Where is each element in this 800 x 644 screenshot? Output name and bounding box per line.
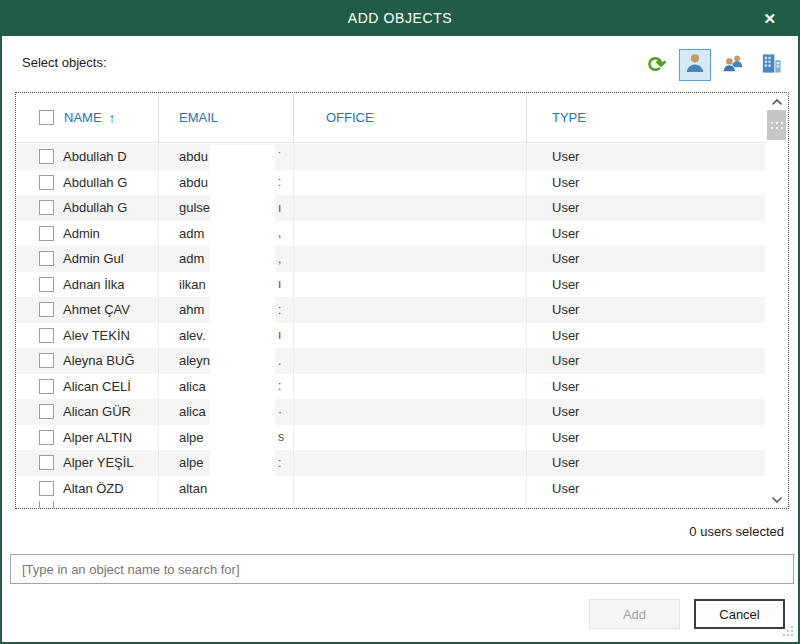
row-email-fragment: , (278, 226, 281, 240)
user-icon (683, 51, 707, 79)
column-office[interactable]: OFFICE (293, 93, 526, 142)
table-body: Abdullah D abdu ˙ User Abdullah G abdu :… (16, 144, 765, 508)
table-row[interactable]: Abdullah D abdu ˙ User (16, 144, 765, 170)
row-name: Alper ALTIN (63, 430, 132, 445)
search-input[interactable] (10, 554, 794, 584)
table-row[interactable]: Alper ALTIN alpe s User (16, 425, 765, 451)
row-name: Alican CELİ (63, 379, 131, 394)
row-name: Adnan İlka (63, 277, 124, 292)
row-email: ahm (179, 302, 204, 317)
row-checkbox[interactable] (39, 226, 54, 241)
grip-dots-icon (771, 122, 783, 129)
scroll-up-button[interactable] (765, 93, 788, 110)
dialog-title: ADD OBJECTS (348, 10, 453, 26)
organization-view-button[interactable] (755, 49, 787, 81)
row-checkbox[interactable] (39, 328, 54, 343)
table-row[interactable]: Admin Gul adm , User (16, 246, 765, 272)
row-checkbox[interactable] (39, 277, 54, 292)
table-row[interactable]: Alican CELİ alica : User (16, 374, 765, 400)
row-email: alpe (179, 430, 204, 445)
building-icon (760, 52, 783, 79)
row-type: User (526, 272, 765, 298)
groups-view-button[interactable] (717, 49, 749, 81)
row-type: User (526, 348, 765, 374)
email-redaction-overlay (210, 145, 275, 501)
table-row[interactable]: Abdullah G gulse ı User (16, 195, 765, 221)
column-email[interactable]: EMAIL (158, 93, 293, 142)
row-type: User (526, 323, 765, 349)
table-row[interactable]: Abdullah G abdu : User (16, 170, 765, 196)
table-row[interactable]: Ahmet ÇAV ahm : User (16, 297, 765, 323)
table-row[interactable]: Alper YEŞİL alpe : User (16, 450, 765, 476)
row-name: Admin (63, 226, 100, 241)
table-header: NAME ↑ EMAIL OFFICE TYPE (16, 93, 765, 143)
row-type: User (526, 425, 765, 451)
resize-grip-icon[interactable] (781, 624, 794, 637)
row-office (293, 221, 526, 247)
row-name: Alper YEŞİL (63, 455, 134, 470)
row-email-fragment: s (278, 430, 284, 444)
scroll-down-button[interactable] (765, 491, 788, 508)
partial-row (16, 501, 765, 508)
cancel-button[interactable]: Cancel (694, 599, 785, 629)
row-checkbox[interactable] (39, 175, 54, 190)
users-view-button[interactable] (679, 49, 711, 81)
row-checkbox[interactable] (39, 200, 54, 215)
row-office (293, 246, 526, 272)
title-bar: ADD OBJECTS ✕ (2, 0, 798, 36)
row-type: User (526, 374, 765, 400)
row-checkbox[interactable] (39, 302, 54, 317)
row-checkbox[interactable] (39, 251, 54, 266)
row-checkbox[interactable] (39, 379, 54, 394)
refresh-button[interactable]: ⟳ (641, 49, 673, 81)
add-button[interactable]: Add (589, 599, 680, 629)
scrollbar-thumb[interactable] (767, 110, 786, 140)
row-email: alpe (179, 455, 204, 470)
row-office (293, 399, 526, 425)
column-name[interactable]: NAME (64, 110, 102, 125)
row-checkbox[interactable] (39, 149, 54, 164)
row-office (293, 195, 526, 221)
table-row[interactable]: Alev TEKİN alev. ı User (16, 323, 765, 349)
column-type[interactable]: TYPE (526, 93, 765, 142)
table-row[interactable]: Admin adm , User (16, 221, 765, 247)
vertical-scrollbar[interactable] (765, 93, 788, 508)
row-checkbox[interactable] (39, 353, 54, 368)
row-checkbox[interactable] (39, 430, 54, 445)
row-checkbox[interactable] (39, 501, 54, 508)
row-name: Admin Gul (63, 251, 124, 266)
row-name: Aleyna BUĞ (63, 353, 135, 368)
row-name: Ahmet ÇAV (63, 302, 130, 317)
row-office (293, 323, 526, 349)
row-office (293, 170, 526, 196)
row-email-fragment: . (278, 354, 281, 368)
add-objects-dialog: ADD OBJECTS ✕ Select objects: ⟳ (0, 0, 800, 644)
row-type: User (526, 195, 765, 221)
row-checkbox[interactable] (39, 481, 54, 496)
row-email: adm (179, 251, 204, 266)
table-row[interactable]: Adnan İlka ilkan ı User (16, 272, 765, 298)
row-email-fragment: : (278, 379, 281, 393)
table-row[interactable]: Aleyna BUĞ aleyn . User (16, 348, 765, 374)
row-name: Abdullah G (63, 175, 127, 190)
row-checkbox[interactable] (39, 404, 54, 419)
row-email: alev. (179, 328, 206, 343)
row-type: User (526, 170, 765, 196)
row-office (293, 374, 526, 400)
close-icon[interactable]: ✕ (763, 11, 776, 26)
refresh-icon: ⟳ (648, 54, 666, 76)
objects-table: NAME ↑ EMAIL OFFICE TYPE Abdullah D abdu… (15, 92, 789, 509)
row-email: alica (179, 379, 206, 394)
select-all-checkbox[interactable] (39, 110, 54, 125)
table-row[interactable]: Alican GÜR alica · User (16, 399, 765, 425)
row-email-fragment: · (278, 405, 282, 419)
row-email: ilkan (179, 277, 206, 292)
row-name: Alican GÜR (63, 404, 131, 419)
header-name-cell[interactable]: NAME ↑ (16, 93, 158, 142)
row-email: altan (179, 481, 207, 496)
table-row[interactable]: Altan ÖZD altan User (16, 476, 765, 502)
chevron-up-icon (771, 98, 783, 106)
row-checkbox[interactable] (39, 455, 54, 470)
sort-ascending-icon: ↑ (109, 110, 116, 126)
row-email-fragment: ı (278, 201, 281, 215)
